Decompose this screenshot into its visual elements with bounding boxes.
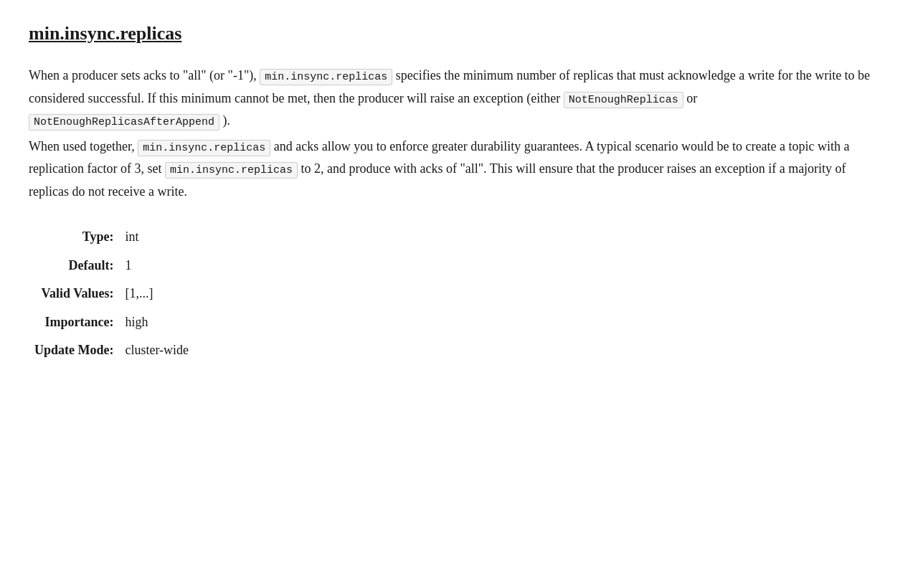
update-mode-value: cluster-wide [120,336,195,365]
valid-values-row: Valid Values: [1,...] [29,280,194,308]
page-title: min.insync.replicas [29,23,889,44]
default-row: Default: 1 [29,252,194,280]
para1-end: ). [223,113,231,128]
importance-row: Importance: high [29,308,194,337]
inline-code-5: min.insync.replicas [165,162,298,179]
importance-value: high [120,308,195,337]
para2-start: When used together, [29,139,135,153]
type-value: int [120,223,195,252]
default-label: Default: [29,252,120,280]
paragraph-1: When a producer sets acks to "all" (or "… [29,65,889,133]
inline-code-3: NotEnoughReplicasAfterAppend [29,114,219,131]
inline-code-1: min.insync.replicas [260,69,392,85]
para1-or: or [686,91,697,105]
inline-code-2: NotEnoughReplicas [564,92,683,108]
para1-text-start: When a producer sets acks to "all" (or "… [29,68,257,82]
description-block: When a producer sets acks to "all" (or "… [29,65,889,203]
importance-label: Importance: [29,308,120,337]
valid-values-label: Valid Values: [29,280,120,308]
paragraph-2: When used together, min.insync.replicas … [29,136,889,204]
type-label: Type: [29,223,120,252]
metadata-table: Type: int Default: 1 Valid Values: [1,..… [29,223,194,365]
update-mode-label: Update Mode: [29,336,120,365]
valid-values-value: [1,...] [120,280,195,308]
inline-code-4: min.insync.replicas [138,140,270,156]
type-row: Type: int [29,223,194,252]
default-value: 1 [120,252,195,280]
update-mode-row: Update Mode: cluster-wide [29,336,194,365]
